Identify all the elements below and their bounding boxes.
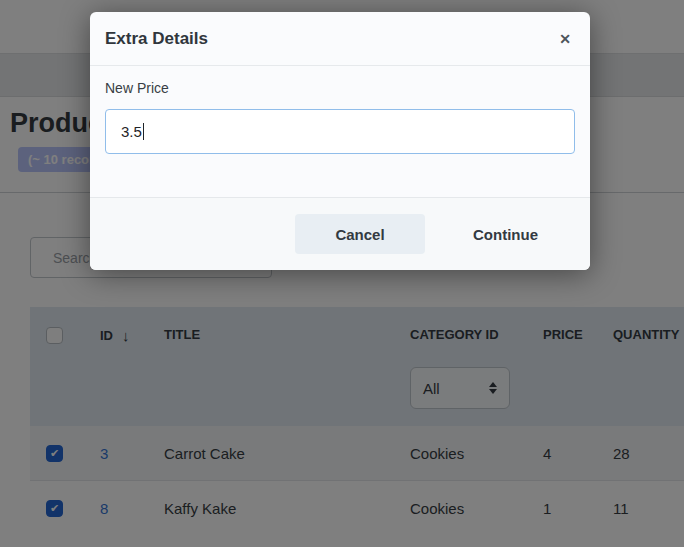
- modal-header: Extra Details ✕: [90, 12, 590, 66]
- cancel-button[interactable]: Cancel: [295, 214, 425, 254]
- products-page: Products (~ 10 records) ID ↓ TITLE CATEG…: [0, 0, 684, 547]
- modal-footer: Cancel Continue: [90, 197, 590, 270]
- new-price-label: New Price: [105, 80, 575, 96]
- text-cursor: [143, 123, 144, 140]
- new-price-input[interactable]: 3.5: [105, 109, 575, 154]
- modal-title: Extra Details: [105, 29, 208, 49]
- modal-body: New Price 3.5: [90, 66, 590, 197]
- new-price-value: 3.5: [121, 123, 142, 140]
- close-icon[interactable]: ✕: [555, 28, 575, 50]
- continue-button[interactable]: Continue: [469, 218, 542, 251]
- extra-details-modal: Extra Details ✕ New Price 3.5 Cancel Con…: [90, 12, 590, 270]
